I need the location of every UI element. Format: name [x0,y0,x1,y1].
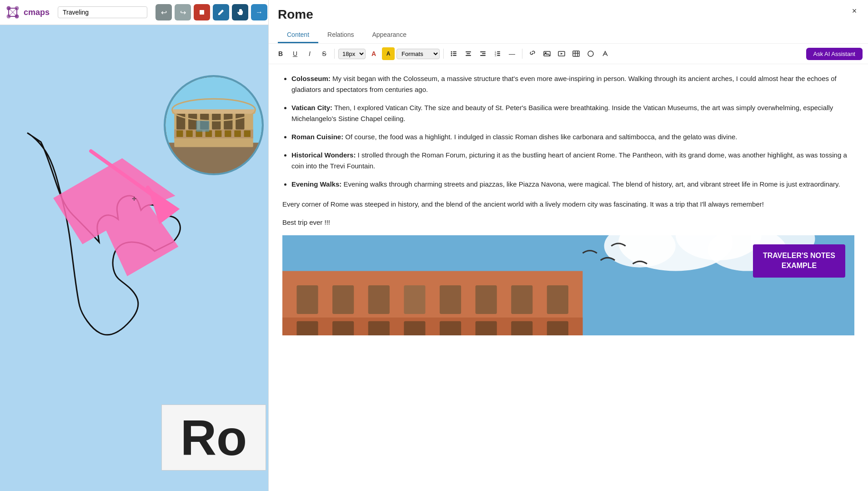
redo-button[interactable]: ↪ [175,4,191,20]
svg-rect-57 [497,55,500,56]
image-button[interactable] [541,47,553,60]
italic-button[interactable]: I [303,47,316,60]
svg-rect-84 [296,321,318,335]
paragraph-2: Best trip ever !!! [282,217,854,228]
top-bar: cmaps ↩ ↪ → + [0,0,268,25]
formats-select[interactable]: Formats Heading 1 Heading 2 Paragraph [396,49,440,59]
svg-rect-76 [332,285,354,314]
editor-content[interactable]: Colosseum: My visit began with the Colos… [269,64,868,491]
svg-rect-77 [368,285,390,314]
svg-rect-46 [466,51,471,52]
paragraph-1: Every corner of Rome was steeped in hist… [282,199,854,210]
badge-line1: TRAVELER'S NOTES [763,251,835,261]
svg-point-44 [451,55,452,56]
svg-rect-33 [215,131,221,137]
svg-rect-43 [453,53,457,54]
svg-rect-10 [200,10,204,15]
svg-rect-79 [440,285,461,314]
list-item-text-1: Then, I explored Vatican City. The size … [291,104,833,122]
color-picker-button[interactable] [599,47,612,60]
list-item-text-4: Evening walks through charming streets a… [341,180,840,188]
content-list: Colosseum: My visit began with the Colos… [282,73,854,190]
list-item-label-0: Colosseum: [291,75,331,82]
toolbar: ↩ ↪ → + [156,4,268,20]
font-size-select[interactable]: 18px 12px 14px 16px 20px 24px [338,49,366,59]
media-button[interactable] [555,47,568,60]
underline-button[interactable]: U [289,47,301,60]
align-center-button[interactable] [462,47,475,60]
rome-label-text: Ro [181,413,247,463]
svg-rect-85 [332,321,354,335]
edit-button[interactable] [213,4,229,20]
logo-text: cmaps [24,8,50,17]
tab-appearance[interactable]: Appearance [363,27,416,43]
svg-rect-39 [196,121,209,132]
svg-marker-12 [53,145,198,289]
traveler-notes-badge: TRAVELER'S NOTES EXAMPLE [753,244,845,278]
strikethrough-button[interactable]: S [318,47,331,60]
colosseum-svg [166,77,262,173]
svg-rect-80 [476,285,497,314]
delete-button[interactable] [194,4,210,20]
svg-rect-36 [244,131,250,137]
svg-rect-81 [511,285,532,314]
bold-button[interactable]: B [274,47,287,60]
svg-rect-90 [511,321,532,335]
svg-rect-34 [225,131,231,137]
editor-title: Rome [278,7,859,22]
align-right-button[interactable] [477,47,489,60]
svg-rect-82 [547,285,568,314]
svg-rect-35 [234,131,241,137]
svg-rect-49 [480,51,486,52]
svg-rect-88 [440,321,461,335]
link-button[interactable] [526,47,539,60]
svg-rect-83 [282,318,582,335]
editor-tabs: Content Relations Appearance [278,27,859,43]
svg-rect-14 [166,143,262,173]
code-button[interactable] [584,47,597,60]
badge-line2: EXAMPLE [763,261,835,271]
list-item-label-3: Historical Wonders: [291,151,356,159]
list-item-label-1: Vatican City: [291,104,332,111]
svg-rect-47 [467,53,470,54]
separator-2 [443,49,444,59]
svg-rect-48 [466,55,471,56]
list-item-text-2: Of course, the food was a highlight. I i… [343,133,737,141]
horizontal-rule-button[interactable]: — [506,47,518,60]
list-item-label-2: Roman Cuisine: [291,133,343,141]
list-item-text-0: My visit began with the Colosseum, a mas… [291,75,837,93]
list-item: Vatican City: Then, I explored Vatican C… [291,102,854,124]
svg-marker-61 [561,53,563,55]
font-color-button[interactable]: A [367,47,380,60]
rome-city-image: TRAVELER'S NOTES EXAMPLE [282,235,854,335]
tab-content[interactable]: Content [278,27,318,43]
svg-rect-55 [497,53,500,54]
close-button[interactable]: × [848,5,861,17]
svg-rect-89 [476,321,497,335]
canvas-content[interactable]: Ro ✛ [0,25,268,491]
highlight-color-button[interactable]: A [382,47,395,60]
svg-rect-78 [404,285,425,314]
table-button[interactable] [570,47,582,60]
list-item: Colosseum: My visit began with the Colos… [291,73,854,95]
undo-button[interactable]: ↩ [156,4,172,20]
svg-text:3.: 3. [495,54,497,57]
hand-button[interactable] [232,4,248,20]
list-item: Roman Cuisine: Of course, the food was a… [291,132,854,142]
tab-relations[interactable]: Relations [318,27,363,43]
editor-panel: × Rome Content Relations Appearance B U … [268,0,868,491]
arrow-button[interactable]: → [251,4,267,20]
svg-rect-30 [186,131,192,137]
mouse-cursor-indicator: ✛ [132,196,136,202]
unordered-list-button[interactable] [447,47,460,60]
svg-rect-51 [480,55,486,56]
separator-1 [334,49,335,59]
svg-rect-86 [368,321,390,335]
ordered-list-button[interactable]: 1.2.3. [491,47,504,60]
svg-rect-37 [172,109,255,114]
rome-map-label: Ro [161,405,266,471]
svg-rect-45 [453,55,457,56]
title-input[interactable] [58,6,147,18]
ask-ai-button[interactable]: Ask AI Assistant [806,48,863,60]
list-item-text-3: I strolled through the Roman Forum, pict… [291,151,847,170]
